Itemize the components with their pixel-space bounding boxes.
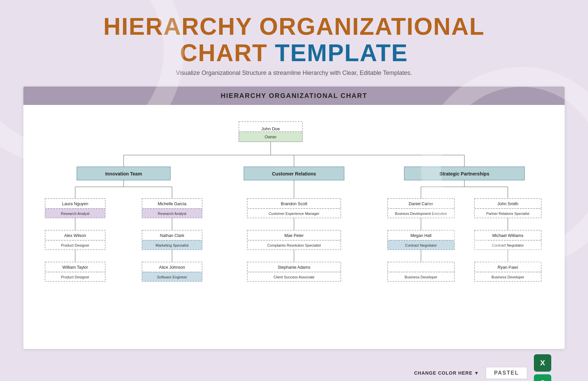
laura-nguyen-name: Laura Nguyen	[62, 202, 89, 206]
brandon-scott-role: Customer Experience Manager	[269, 212, 320, 216]
nathan-clark-role: Marketing Specialist	[156, 243, 188, 247]
title-word-chart: CHART	[180, 39, 268, 66]
michael-williams-role: Contract Negotiator	[492, 243, 524, 247]
john-smith-name: John Smith	[497, 202, 519, 206]
michael-williams-name: Michael Williams	[492, 233, 523, 238]
daniel-carter-name: Daniel Carter	[409, 202, 433, 206]
william-taylor-role: Product Designer	[61, 275, 90, 279]
stephanie-adams-name: Stephanie Adams	[278, 265, 310, 270]
bottom-area: CHANGE COLOR HERE ▼ PASTEL X S	[23, 354, 565, 381]
app-icons: X S	[534, 354, 551, 381]
michelle-garcia-name: Michelle Garcia	[158, 202, 186, 206]
ryan-patel-name: Ryan Patel	[497, 265, 518, 270]
org-chart-svg: John Doe Owner Innovation Team	[33, 115, 555, 336]
daniel-carter-role: Business Development Executive	[395, 212, 447, 216]
alice-johnson-name: Alice Johnson	[159, 265, 185, 270]
alice-johnson-role: Software Engineer	[157, 275, 187, 279]
chart-header: HIERARCHY ORGANIZATIONAL CHART	[23, 87, 565, 105]
title-line2: CHART TEMPLATE	[103, 40, 484, 66]
chart-body: John Doe Owner Innovation Team	[23, 105, 565, 349]
john-smith-role: Partner Relations Specialist	[486, 212, 530, 216]
root-role: Owner	[265, 135, 276, 139]
dept-customer: Customer Relations	[272, 171, 316, 176]
excel-icon[interactable]: X	[534, 354, 551, 372]
biz-dev-dc-role: Business Developer	[405, 275, 437, 279]
dept-innovation: Innovation Team	[105, 171, 142, 176]
dept-strategic: Strategic Partnerships	[439, 171, 489, 176]
color-selector[interactable]: PASTEL	[486, 367, 527, 379]
alex-wilson-role: Product Designer	[61, 243, 90, 247]
title-line1: HIERARCHY ORGANIZATIONAL	[103, 13, 484, 40]
chart-card: HIERARCHY ORGANIZATIONAL CHART John Doe …	[23, 87, 565, 349]
michelle-garcia-role: Research Analyst	[158, 212, 186, 216]
megan-hall-role: Contract Negotiator	[405, 243, 437, 247]
svg-rect-49	[388, 262, 454, 272]
nathan-clark-name: Nathan Clark	[160, 233, 185, 238]
mae-peter-role: Complaints Resolution Specialist	[267, 243, 321, 247]
title-area: HIERARCHY ORGANIZATIONAL CHART TEMPLATE …	[103, 13, 484, 77]
title-word-template: TEMPLATE	[275, 39, 408, 66]
page-container: HIERARCHY ORGANIZATIONAL CHART TEMPLATE …	[0, 0, 588, 381]
alex-wilson-name: Alex Wilson	[64, 233, 86, 238]
megan-hall-name: Megan Hall	[410, 233, 431, 238]
mae-peter-name: Mae Peter	[284, 233, 304, 238]
laura-nguyen-role: Research Analyst	[61, 212, 90, 216]
color-change-label: CHANGE COLOR HERE ▼	[414, 370, 479, 376]
brandon-scott-name: Brandon Scott	[281, 202, 307, 206]
sheets-icon[interactable]: S	[534, 374, 551, 381]
stephanie-adams-role: Client Success Associate	[274, 275, 315, 279]
william-taylor-name: William Taylor	[62, 265, 88, 270]
subtitle: Visualize Organizational Structure a str…	[103, 70, 484, 77]
root-name: John Doe	[261, 126, 280, 131]
ryan-patel-role: Business Developer	[491, 275, 524, 279]
